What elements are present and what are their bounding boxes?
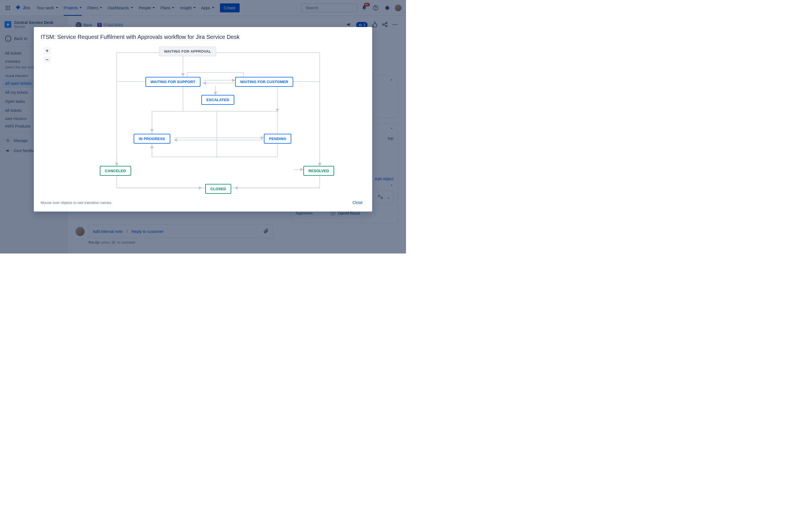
- node-in-progress[interactable]: IN PROGRESS: [134, 134, 170, 144]
- node-resolved[interactable]: RESOLVED: [303, 166, 334, 176]
- workflow-modal: ITSM: Service Request Fulfilment with Ap…: [34, 27, 372, 212]
- node-waiting-approval[interactable]: WAITING FOR APPROVAL: [159, 47, 216, 56]
- modal-title: ITSM: Service Request Fulfilment with Ap…: [41, 34, 365, 40]
- zoom-in-button[interactable]: +: [43, 47, 51, 54]
- zoom-controls: + −: [43, 47, 51, 63]
- node-closed[interactable]: CLOSED: [205, 184, 231, 194]
- node-escalated[interactable]: ESCALATED: [201, 95, 234, 105]
- zoom-out-button[interactable]: −: [43, 56, 51, 63]
- node-waiting-customer[interactable]: WAITING FOR CUSTOMER: [235, 77, 293, 87]
- node-pending[interactable]: PENDING: [264, 134, 291, 144]
- node-waiting-support[interactable]: WAITING FOR SUPPORT: [146, 77, 200, 87]
- modal-backdrop[interactable]: ITSM: Service Request Fulfilment with Ap…: [0, 0, 406, 253]
- close-button[interactable]: Close: [350, 199, 365, 207]
- node-canceled[interactable]: CANCELED: [100, 166, 131, 176]
- modal-hint: Mouse over objects to see transition nam…: [41, 201, 112, 205]
- workflow-canvas: + −: [41, 44, 365, 196]
- modal-footer: Mouse over objects to see transition nam…: [41, 199, 365, 207]
